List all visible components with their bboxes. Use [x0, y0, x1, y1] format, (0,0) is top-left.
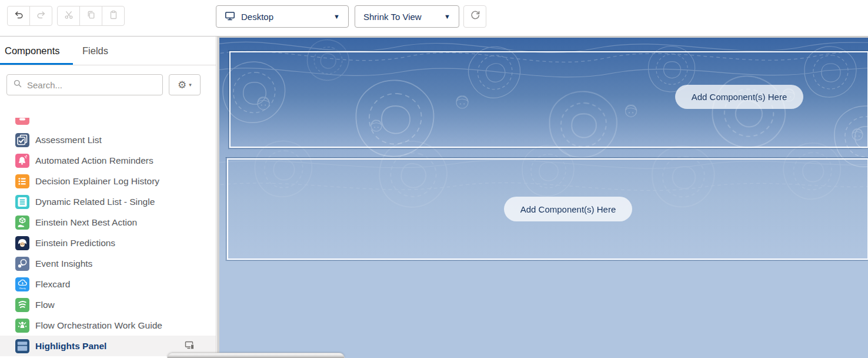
tab-components[interactable]: Components: [5, 45, 60, 57]
copy-icon: [86, 10, 96, 22]
component-item-label: Flexcard: [35, 279, 70, 290]
tooltip-partial: [167, 353, 345, 358]
component-item-label: Einstein Next Best Action: [35, 217, 137, 228]
view-scale-dropdown[interactable]: Shrink To View ▼: [355, 5, 459, 28]
undo-redo-group: [7, 6, 52, 26]
component-item-label: Decision Explainer Log History: [35, 176, 159, 187]
caret-down-icon: ▾: [189, 82, 192, 88]
component-item-automated-action-reminders[interactable]: Automated Action Reminders: [0, 150, 216, 171]
hand-cube-icon: [15, 216, 29, 230]
component-list: Assessment List Automated Action Reminde…: [0, 110, 216, 358]
component-item-label: Dynamic Related List - Single: [35, 197, 155, 207]
bell-icon: [15, 154, 29, 168]
component-item-flow[interactable]: Flow: [0, 294, 216, 315]
nodes-icon: [15, 257, 29, 271]
search-row: ⚙ ▾: [0, 65, 216, 102]
palette-tabs: Components Fields: [0, 37, 216, 65]
add-component-button[interactable]: Add Component(s) Here: [504, 197, 632, 221]
flow-icon: [15, 298, 29, 312]
component-item-label: Highlights Panel: [35, 341, 106, 352]
device-selector-value: Desktop: [241, 12, 273, 22]
component-item-decision-explainer[interactable]: Decision Explainer Log History: [0, 171, 216, 191]
desktop-icon: [225, 11, 235, 23]
component-item-label: Event Insights: [35, 258, 92, 269]
hidden-partial-icon: [15, 118, 29, 125]
undo-icon: [14, 10, 24, 22]
vlocity-cloud-icon: Vlocity: [15, 277, 29, 291]
gear-icon: ⚙: [178, 80, 186, 90]
search-icon: [13, 79, 22, 91]
component-item-flexcard[interactable]: Vlocity Flexcard: [0, 274, 216, 294]
builder-toolbar: Desktop ▼ Shrink To View ▼: [0, 0, 868, 37]
search-input[interactable]: [27, 80, 156, 90]
caret-down-icon: ▼: [333, 13, 340, 20]
component-item-dynamic-related-list[interactable]: Dynamic Related List - Single: [0, 191, 216, 212]
caret-down-icon: ▼: [444, 13, 450, 20]
component-palette-sidebar: Components Fields ⚙ ▾: [0, 37, 216, 358]
view-scale-value: Shrink To View: [363, 12, 422, 22]
component-item-label: Assessment List: [35, 135, 102, 145]
component-item-label: Flow: [35, 300, 55, 310]
active-tab-underline: [0, 63, 73, 65]
add-component-button[interactable]: Add Component(s) Here: [675, 85, 803, 109]
tab-fields[interactable]: Fields: [82, 45, 108, 57]
palette-settings-button[interactable]: ⚙ ▾: [169, 74, 201, 95]
component-item-flow-orchestration[interactable]: Flow Orchestration Work Guide: [0, 315, 216, 336]
einstein-icon: [15, 236, 29, 250]
desktop-and-phone-icon: [185, 340, 195, 353]
highlights-panel-icon: [15, 339, 29, 353]
canvas-container: Add Component(s) Here Add Component(s) H…: [217, 37, 868, 358]
component-item-label: Flow Orchestration Work Guide: [35, 320, 162, 331]
clipboard-group: [57, 6, 125, 26]
undo-button[interactable]: [7, 6, 30, 26]
svg-text:Vlocity: Vlocity: [19, 286, 26, 289]
component-item-event-insights[interactable]: Event Insights: [0, 253, 216, 274]
copy-button[interactable]: [79, 6, 102, 26]
paste-button[interactable]: [102, 6, 125, 26]
component-item-label: Automated Action Reminders: [35, 155, 153, 166]
component-item-einstein-next-best-action[interactable]: Einstein Next Best Action: [0, 212, 216, 233]
document-list-icon: [15, 195, 29, 209]
page-canvas: Add Component(s) Here Add Component(s) H…: [219, 38, 868, 358]
search-box: [6, 74, 163, 95]
refresh-button[interactable]: [463, 5, 486, 28]
assessment-list-icon: [15, 133, 29, 147]
cut-button[interactable]: [57, 6, 80, 26]
redo-button[interactable]: [29, 6, 52, 26]
paste-icon: [109, 10, 118, 22]
bulleted-list-icon: [15, 174, 29, 188]
device-selector-dropdown[interactable]: Desktop ▼: [216, 5, 349, 28]
component-item-einstein-predictions[interactable]: Einstein Predictions: [0, 233, 216, 253]
cut-icon: [64, 10, 74, 22]
orchestration-icon: [15, 319, 29, 333]
redo-icon: [36, 10, 46, 22]
component-item-assessment-list[interactable]: Assessment List: [0, 130, 216, 150]
component-item-label: Einstein Predictions: [35, 238, 115, 248]
refresh-icon: [470, 10, 480, 23]
